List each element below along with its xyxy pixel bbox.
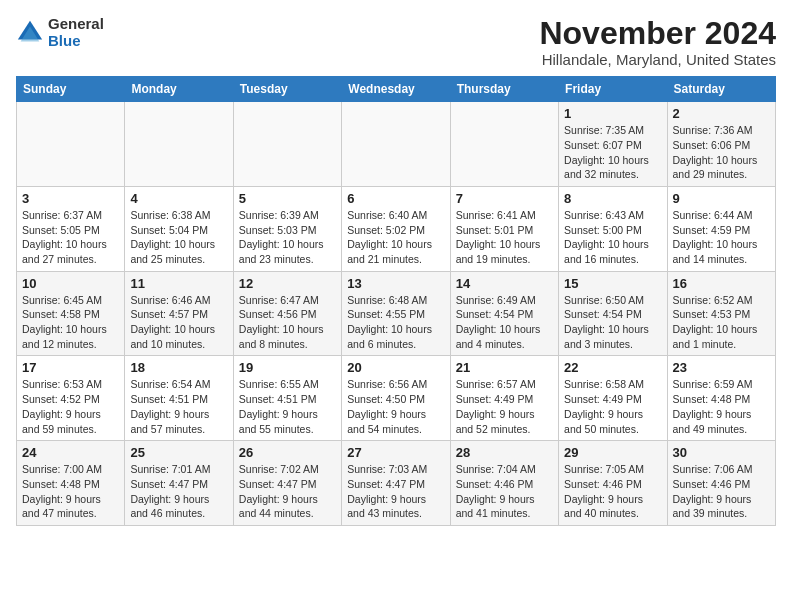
calendar-cell: 18Sunrise: 6:54 AM Sunset: 4:51 PM Dayli… bbox=[125, 356, 233, 441]
calendar-cell: 12Sunrise: 6:47 AM Sunset: 4:56 PM Dayli… bbox=[233, 271, 341, 356]
calendar-cell: 24Sunrise: 7:00 AM Sunset: 4:48 PM Dayli… bbox=[17, 441, 125, 526]
day-info: Sunrise: 6:53 AM Sunset: 4:52 PM Dayligh… bbox=[22, 377, 119, 436]
calendar-cell: 16Sunrise: 6:52 AM Sunset: 4:53 PM Dayli… bbox=[667, 271, 775, 356]
day-number: 4 bbox=[130, 191, 227, 206]
calendar-week-row: 24Sunrise: 7:00 AM Sunset: 4:48 PM Dayli… bbox=[17, 441, 776, 526]
day-number: 30 bbox=[673, 445, 770, 460]
calendar-cell: 20Sunrise: 6:56 AM Sunset: 4:50 PM Dayli… bbox=[342, 356, 450, 441]
calendar-cell bbox=[125, 102, 233, 187]
calendar-cell: 13Sunrise: 6:48 AM Sunset: 4:55 PM Dayli… bbox=[342, 271, 450, 356]
day-info: Sunrise: 6:46 AM Sunset: 4:57 PM Dayligh… bbox=[130, 293, 227, 352]
calendar-cell: 21Sunrise: 6:57 AM Sunset: 4:49 PM Dayli… bbox=[450, 356, 558, 441]
calendar-cell: 25Sunrise: 7:01 AM Sunset: 4:47 PM Dayli… bbox=[125, 441, 233, 526]
day-number: 19 bbox=[239, 360, 336, 375]
calendar-cell: 11Sunrise: 6:46 AM Sunset: 4:57 PM Dayli… bbox=[125, 271, 233, 356]
day-number: 16 bbox=[673, 276, 770, 291]
page-header: General Blue November 2024 Hillandale, M… bbox=[16, 16, 776, 68]
calendar-cell: 6Sunrise: 6:40 AM Sunset: 5:02 PM Daylig… bbox=[342, 186, 450, 271]
day-number: 12 bbox=[239, 276, 336, 291]
calendar-week-row: 17Sunrise: 6:53 AM Sunset: 4:52 PM Dayli… bbox=[17, 356, 776, 441]
day-info: Sunrise: 6:56 AM Sunset: 4:50 PM Dayligh… bbox=[347, 377, 444, 436]
day-number: 18 bbox=[130, 360, 227, 375]
calendar-cell bbox=[233, 102, 341, 187]
day-info: Sunrise: 6:59 AM Sunset: 4:48 PM Dayligh… bbox=[673, 377, 770, 436]
day-number: 14 bbox=[456, 276, 553, 291]
day-number: 20 bbox=[347, 360, 444, 375]
logo: General Blue bbox=[16, 16, 104, 49]
calendar-cell: 17Sunrise: 6:53 AM Sunset: 4:52 PM Dayli… bbox=[17, 356, 125, 441]
day-info: Sunrise: 6:40 AM Sunset: 5:02 PM Dayligh… bbox=[347, 208, 444, 267]
day-info: Sunrise: 6:43 AM Sunset: 5:00 PM Dayligh… bbox=[564, 208, 661, 267]
day-info: Sunrise: 7:03 AM Sunset: 4:47 PM Dayligh… bbox=[347, 462, 444, 521]
day-info: Sunrise: 7:35 AM Sunset: 6:07 PM Dayligh… bbox=[564, 123, 661, 182]
month-title: November 2024 bbox=[539, 16, 776, 51]
day-info: Sunrise: 6:37 AM Sunset: 5:05 PM Dayligh… bbox=[22, 208, 119, 267]
calendar-cell: 2Sunrise: 7:36 AM Sunset: 6:06 PM Daylig… bbox=[667, 102, 775, 187]
day-info: Sunrise: 7:05 AM Sunset: 4:46 PM Dayligh… bbox=[564, 462, 661, 521]
day-info: Sunrise: 6:48 AM Sunset: 4:55 PM Dayligh… bbox=[347, 293, 444, 352]
header-thursday: Thursday bbox=[450, 77, 558, 102]
calendar-cell: 14Sunrise: 6:49 AM Sunset: 4:54 PM Dayli… bbox=[450, 271, 558, 356]
day-number: 28 bbox=[456, 445, 553, 460]
day-number: 17 bbox=[22, 360, 119, 375]
day-number: 9 bbox=[673, 191, 770, 206]
day-number: 2 bbox=[673, 106, 770, 121]
day-info: Sunrise: 6:47 AM Sunset: 4:56 PM Dayligh… bbox=[239, 293, 336, 352]
day-number: 29 bbox=[564, 445, 661, 460]
day-number: 11 bbox=[130, 276, 227, 291]
day-number: 23 bbox=[673, 360, 770, 375]
calendar-cell: 9Sunrise: 6:44 AM Sunset: 4:59 PM Daylig… bbox=[667, 186, 775, 271]
day-info: Sunrise: 7:36 AM Sunset: 6:06 PM Dayligh… bbox=[673, 123, 770, 182]
calendar-cell: 5Sunrise: 6:39 AM Sunset: 5:03 PM Daylig… bbox=[233, 186, 341, 271]
day-number: 15 bbox=[564, 276, 661, 291]
calendar-cell: 15Sunrise: 6:50 AM Sunset: 4:54 PM Dayli… bbox=[559, 271, 667, 356]
day-info: Sunrise: 7:00 AM Sunset: 4:48 PM Dayligh… bbox=[22, 462, 119, 521]
day-number: 27 bbox=[347, 445, 444, 460]
day-info: Sunrise: 6:55 AM Sunset: 4:51 PM Dayligh… bbox=[239, 377, 336, 436]
location-title: Hillandale, Maryland, United States bbox=[539, 51, 776, 68]
day-number: 3 bbox=[22, 191, 119, 206]
logo-blue-text: Blue bbox=[48, 33, 104, 50]
calendar-week-row: 10Sunrise: 6:45 AM Sunset: 4:58 PM Dayli… bbox=[17, 271, 776, 356]
day-info: Sunrise: 6:57 AM Sunset: 4:49 PM Dayligh… bbox=[456, 377, 553, 436]
calendar-header-row: SundayMondayTuesdayWednesdayThursdayFrid… bbox=[17, 77, 776, 102]
calendar-cell: 10Sunrise: 6:45 AM Sunset: 4:58 PM Dayli… bbox=[17, 271, 125, 356]
calendar-cell: 27Sunrise: 7:03 AM Sunset: 4:47 PM Dayli… bbox=[342, 441, 450, 526]
logo-icon bbox=[16, 19, 44, 47]
day-info: Sunrise: 7:02 AM Sunset: 4:47 PM Dayligh… bbox=[239, 462, 336, 521]
day-info: Sunrise: 6:41 AM Sunset: 5:01 PM Dayligh… bbox=[456, 208, 553, 267]
day-info: Sunrise: 7:01 AM Sunset: 4:47 PM Dayligh… bbox=[130, 462, 227, 521]
calendar-cell: 8Sunrise: 6:43 AM Sunset: 5:00 PM Daylig… bbox=[559, 186, 667, 271]
calendar-week-row: 3Sunrise: 6:37 AM Sunset: 5:05 PM Daylig… bbox=[17, 186, 776, 271]
day-info: Sunrise: 6:58 AM Sunset: 4:49 PM Dayligh… bbox=[564, 377, 661, 436]
day-info: Sunrise: 6:54 AM Sunset: 4:51 PM Dayligh… bbox=[130, 377, 227, 436]
calendar-cell bbox=[450, 102, 558, 187]
header-friday: Friday bbox=[559, 77, 667, 102]
header-saturday: Saturday bbox=[667, 77, 775, 102]
day-info: Sunrise: 6:50 AM Sunset: 4:54 PM Dayligh… bbox=[564, 293, 661, 352]
header-sunday: Sunday bbox=[17, 77, 125, 102]
day-number: 5 bbox=[239, 191, 336, 206]
calendar-week-row: 1Sunrise: 7:35 AM Sunset: 6:07 PM Daylig… bbox=[17, 102, 776, 187]
calendar-cell bbox=[342, 102, 450, 187]
day-number: 10 bbox=[22, 276, 119, 291]
logo-general-text: General bbox=[48, 16, 104, 33]
calendar-cell bbox=[17, 102, 125, 187]
calendar-cell: 29Sunrise: 7:05 AM Sunset: 4:46 PM Dayli… bbox=[559, 441, 667, 526]
header-tuesday: Tuesday bbox=[233, 77, 341, 102]
day-info: Sunrise: 6:45 AM Sunset: 4:58 PM Dayligh… bbox=[22, 293, 119, 352]
calendar-cell: 7Sunrise: 6:41 AM Sunset: 5:01 PM Daylig… bbox=[450, 186, 558, 271]
calendar-cell: 30Sunrise: 7:06 AM Sunset: 4:46 PM Dayli… bbox=[667, 441, 775, 526]
day-info: Sunrise: 6:39 AM Sunset: 5:03 PM Dayligh… bbox=[239, 208, 336, 267]
day-info: Sunrise: 6:44 AM Sunset: 4:59 PM Dayligh… bbox=[673, 208, 770, 267]
day-info: Sunrise: 7:04 AM Sunset: 4:46 PM Dayligh… bbox=[456, 462, 553, 521]
day-number: 13 bbox=[347, 276, 444, 291]
calendar-cell: 26Sunrise: 7:02 AM Sunset: 4:47 PM Dayli… bbox=[233, 441, 341, 526]
day-number: 21 bbox=[456, 360, 553, 375]
calendar-cell: 28Sunrise: 7:04 AM Sunset: 4:46 PM Dayli… bbox=[450, 441, 558, 526]
title-area: November 2024 Hillandale, Maryland, Unit… bbox=[539, 16, 776, 68]
day-number: 6 bbox=[347, 191, 444, 206]
calendar-cell: 3Sunrise: 6:37 AM Sunset: 5:05 PM Daylig… bbox=[17, 186, 125, 271]
calendar-cell: 4Sunrise: 6:38 AM Sunset: 5:04 PM Daylig… bbox=[125, 186, 233, 271]
day-number: 22 bbox=[564, 360, 661, 375]
